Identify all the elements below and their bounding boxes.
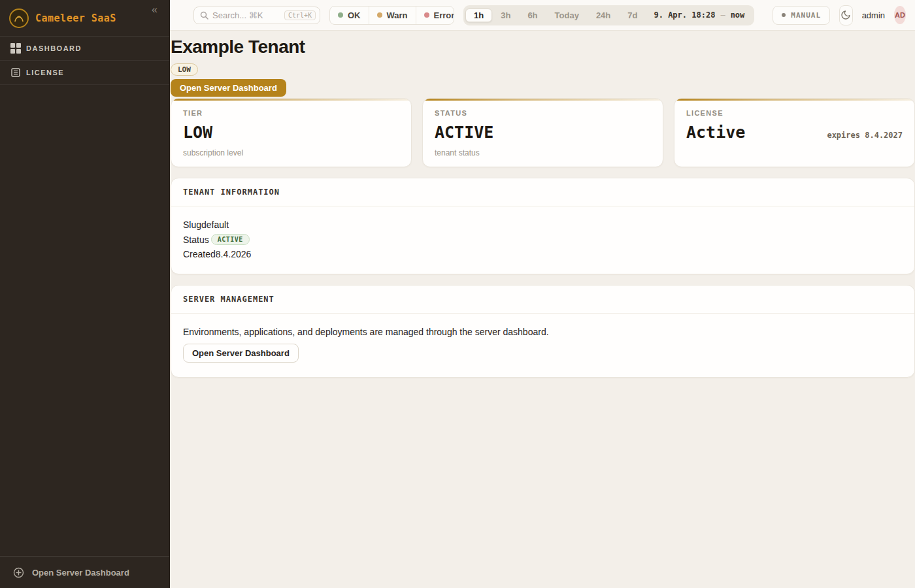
search-icon [200,11,208,20]
sidebar-header: Cameleer SaaS « [0,0,169,37]
info-label: Status [183,235,209,245]
page-title: Example Tenant [171,37,915,57]
search-shortcut-kbd: Ctrl+K [284,10,316,20]
stat-card-subtext: tenant status [435,148,651,157]
refresh-mode-dot-icon [782,13,786,17]
status-filter-ok[interactable]: OK [330,7,369,24]
main-content: Example Tenant LOW Open Server Dashboard… [170,31,915,588]
server-management-description: Environments, applications, and deployme… [183,327,903,337]
error-status-dot-icon [424,12,429,18]
info-row-status: StatusACTIVE [183,234,903,245]
user-name: admin [862,10,885,20]
moon-icon [840,10,851,20]
section-heading: SERVER MANAGEMENT [171,286,914,314]
tier-card: TIER LOW subscription level [171,98,412,167]
sidebar-item-license[interactable]: LICENSE [0,61,169,85]
ok-status-dot-icon [338,12,343,18]
time-range-today[interactable]: Today [546,8,588,22]
sidebar: Cameleer SaaS « DASHBOARD LICENSE O [0,0,170,588]
time-range-1h[interactable]: 1h [465,8,492,22]
status-filter-label: Error [434,10,455,20]
stat-card-value: Active [686,123,745,142]
refresh-mode-button[interactable]: MANUAL [773,6,830,25]
status-filter-label: OK [348,10,361,20]
stat-card-label: STATUS [435,109,651,117]
info-label: Slug [183,220,201,230]
tier-badge: LOW [171,63,198,76]
brand-logo-camel-icon [9,8,29,28]
status-filter-label: Warn [387,10,408,20]
license-card: LICENSE Active expires 8.4.2027 [674,98,915,167]
stat-card-label: LICENSE [686,109,903,117]
dashboard-grid-icon [10,43,21,54]
stat-card-value: LOW [183,123,212,142]
open-server-dashboard-button[interactable]: Open Server Dashboard [171,79,286,97]
warn-status-dot-icon [377,12,382,18]
stat-card-value: ACTIVE [435,123,493,142]
license-expiry: expires 8.4.2027 [827,131,903,140]
sidebar-item-dashboard[interactable]: DASHBOARD [0,37,169,61]
info-value: 8.4.2026 [216,249,252,259]
status-filter-group: OK Warn Error Running [329,6,454,25]
license-document-icon [10,67,21,78]
status-card: STATUS ACTIVE tenant status [422,98,663,167]
section-heading: TENANT INFORMATION [171,178,914,206]
server-management-section: SERVER MANAGEMENT Environments, applicat… [171,285,915,378]
user-avatar[interactable]: AD [894,6,906,24]
brand-name: Cameleer SaaS [35,12,141,24]
status-filter-error[interactable]: Error [416,7,455,24]
active-status-badge: ACTIVE [211,234,250,245]
stat-cards-row: TIER LOW subscription level STATUS ACTIV… [171,98,915,167]
info-label: Created [183,249,216,259]
time-end: now [731,10,745,20]
time-range-3h[interactable]: 3h [492,8,519,22]
refresh-mode-label: MANUAL [791,11,821,20]
sidebar-item-label: DASHBOARD [26,44,82,52]
time-start: 9. Apr. 18:28 [654,10,715,20]
footer-action-label: Open Server Dashboard [32,568,129,578]
time-range-display[interactable]: 9. Apr. 18:28 – now [646,10,752,20]
tenant-information-section: TENANT INFORMATION Slugdefault StatusACT… [171,178,915,274]
time-range-7d[interactable]: 7d [619,8,646,22]
stat-card-subtext: subscription level [183,148,399,157]
sidebar-open-server-dashboard[interactable]: Open Server Dashboard [0,556,169,588]
topbar: Ctrl+K OK Warn Error Running 1h 3h 6 [170,0,915,31]
stat-card-label: TIER [183,109,399,117]
open-server-dashboard-secondary-button[interactable]: Open Server Dashboard [183,344,299,363]
info-row-created: Created8.4.2026 [183,249,903,259]
circle-plus-icon [13,567,24,578]
search-input[interactable] [212,10,280,20]
time-separator: – [720,10,725,20]
info-value: default [201,220,229,230]
sidebar-item-label: LICENSE [26,69,64,76]
dark-mode-toggle[interactable] [839,5,853,25]
status-filter-warn[interactable]: Warn [369,7,416,24]
info-row-slug: Slugdefault [183,220,903,230]
time-range-group: 1h 3h 6h Today 24h 7d 9. Apr. 18:28 – no… [463,5,754,25]
search-box[interactable]: Ctrl+K [193,7,320,24]
time-range-6h[interactable]: 6h [519,8,546,22]
time-range-24h[interactable]: 24h [588,8,619,22]
sidebar-collapse-icon[interactable]: « [148,3,161,17]
